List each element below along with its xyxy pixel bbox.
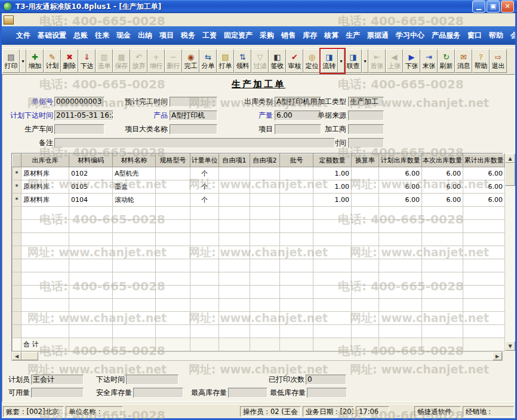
cell[interactable] bbox=[250, 286, 280, 299]
link-query-button[interactable]: ◨联查 bbox=[344, 49, 362, 73]
cell[interactable] bbox=[190, 220, 219, 233]
cell[interactable] bbox=[13, 312, 21, 325]
menu-item-10[interactable]: 固定资产 bbox=[220, 26, 256, 45]
cell[interactable] bbox=[280, 180, 313, 194]
cell[interactable] bbox=[113, 233, 156, 246]
cell[interactable]: 原材料库 bbox=[21, 167, 69, 180]
flow-button[interactable]: ◨流转 bbox=[321, 49, 338, 73]
cell[interactable] bbox=[250, 272, 280, 286]
flow-dropdown-icon[interactable]: ▾ bbox=[338, 49, 344, 73]
cell[interactable] bbox=[113, 207, 156, 220]
cell[interactable] bbox=[13, 286, 21, 299]
cell[interactable] bbox=[69, 207, 113, 220]
select-order-button[interactable]: ▥选单 bbox=[96, 49, 113, 73]
scroll-left-icon[interactable]: ◀ bbox=[12, 352, 21, 360]
cell[interactable] bbox=[352, 286, 379, 299]
cell[interactable] bbox=[313, 312, 352, 325]
cell[interactable]: 6.00 bbox=[379, 194, 422, 207]
cell[interactable] bbox=[190, 259, 219, 272]
complete-button[interactable]: ◉完工 bbox=[182, 49, 199, 73]
menu-item-4[interactable]: 往来 bbox=[91, 26, 113, 45]
cell[interactable] bbox=[463, 233, 505, 246]
cell[interactable] bbox=[21, 286, 69, 299]
cell[interactable]: 0102 bbox=[69, 167, 113, 180]
cell[interactable] bbox=[379, 325, 422, 338]
help-button[interactable]: ?帮助 bbox=[472, 49, 490, 73]
cell[interactable] bbox=[280, 233, 313, 246]
scroll-up-icon[interactable]: ▲ bbox=[505, 154, 515, 163]
cell[interactable]: 6.00 bbox=[422, 194, 463, 207]
first-button[interactable]: ⇤首张 bbox=[368, 49, 386, 73]
menu-item-6[interactable]: 出纳 bbox=[134, 26, 156, 45]
cell[interactable] bbox=[113, 312, 156, 325]
form-field-1-2-field[interactable] bbox=[170, 124, 217, 134]
cell[interactable] bbox=[156, 286, 190, 299]
cell[interactable]: * bbox=[13, 167, 21, 180]
close-button[interactable]: ✕ bbox=[501, 1, 514, 13]
cell[interactable]: 个 bbox=[190, 180, 219, 194]
cell[interactable] bbox=[156, 207, 190, 220]
cell[interactable] bbox=[113, 338, 156, 351]
vertical-scrollbar[interactable]: ▲ ▼ bbox=[505, 154, 515, 351]
cell[interactable] bbox=[219, 312, 250, 325]
cell[interactable]: 1.00 bbox=[313, 167, 352, 180]
refresh-button[interactable]: ↻刷新 bbox=[438, 49, 455, 73]
cell[interactable] bbox=[250, 259, 280, 272]
cell[interactable] bbox=[69, 299, 113, 312]
cell[interactable] bbox=[463, 207, 505, 220]
cell[interactable] bbox=[280, 207, 313, 220]
document-icon[interactable] bbox=[4, 16, 14, 24]
prev-button[interactable]: ◀上张 bbox=[386, 49, 403, 73]
cell[interactable] bbox=[156, 220, 190, 233]
restore-button[interactable]: ▣ bbox=[487, 1, 500, 13]
print-order-button[interactable]: ▤打单 bbox=[217, 49, 234, 73]
cell[interactable] bbox=[113, 259, 156, 272]
cell[interactable] bbox=[250, 312, 280, 325]
cell[interactable] bbox=[313, 272, 352, 286]
cell[interactable] bbox=[280, 259, 313, 272]
cell[interactable] bbox=[156, 272, 190, 286]
footer-field-1-2-field[interactable] bbox=[228, 388, 267, 398]
cell[interactable] bbox=[379, 299, 422, 312]
cell[interactable]: 合 计 bbox=[21, 338, 69, 351]
cell[interactable] bbox=[422, 299, 463, 312]
cell[interactable] bbox=[69, 259, 113, 272]
cell[interactable] bbox=[463, 272, 505, 286]
cell[interactable] bbox=[113, 325, 156, 338]
cell[interactable]: 滚动轮 bbox=[113, 194, 156, 207]
cell[interactable] bbox=[190, 233, 219, 246]
cell[interactable] bbox=[379, 312, 422, 325]
form-field-3-3-field[interactable] bbox=[348, 138, 384, 148]
cell[interactable]: 原材料库 bbox=[21, 194, 69, 207]
cell[interactable] bbox=[21, 259, 69, 272]
cell[interactable] bbox=[463, 259, 505, 272]
cell[interactable] bbox=[69, 325, 113, 338]
cell[interactable] bbox=[113, 246, 156, 259]
cell[interactable] bbox=[156, 259, 190, 272]
discard-button[interactable]: ↶放弃 bbox=[130, 49, 147, 73]
cell[interactable] bbox=[352, 299, 379, 312]
link-query-dropdown-icon[interactable]: ▾ bbox=[362, 49, 368, 73]
cell[interactable] bbox=[352, 167, 379, 180]
footer-field-0-0-field[interactable]: 王会计 bbox=[31, 375, 84, 385]
cell[interactable] bbox=[156, 338, 190, 351]
cell[interactable] bbox=[280, 312, 313, 325]
cell[interactable] bbox=[313, 286, 352, 299]
scroll-right-icon[interactable]: ▶ bbox=[493, 352, 502, 360]
cell[interactable] bbox=[156, 246, 190, 259]
cell[interactable]: 个 bbox=[190, 194, 219, 207]
cell[interactable] bbox=[190, 338, 219, 351]
horizontal-scrollbar[interactable]: ◀ ▶ bbox=[11, 351, 503, 361]
cell[interactable] bbox=[219, 246, 250, 259]
cell[interactable] bbox=[352, 246, 379, 259]
cell[interactable] bbox=[156, 233, 190, 246]
cell[interactable] bbox=[250, 299, 280, 312]
cell[interactable] bbox=[69, 286, 113, 299]
cell[interactable]: 6.00 bbox=[379, 180, 422, 194]
menu-item-17[interactable]: 学习中心 bbox=[392, 26, 428, 45]
exit-button[interactable]: ⇨退出 bbox=[490, 49, 507, 73]
menu-item-19[interactable]: 窗口 bbox=[464, 26, 485, 45]
cell[interactable] bbox=[422, 259, 463, 272]
delete-row-button[interactable]: −删行 bbox=[165, 49, 182, 73]
cell[interactable] bbox=[250, 246, 280, 259]
